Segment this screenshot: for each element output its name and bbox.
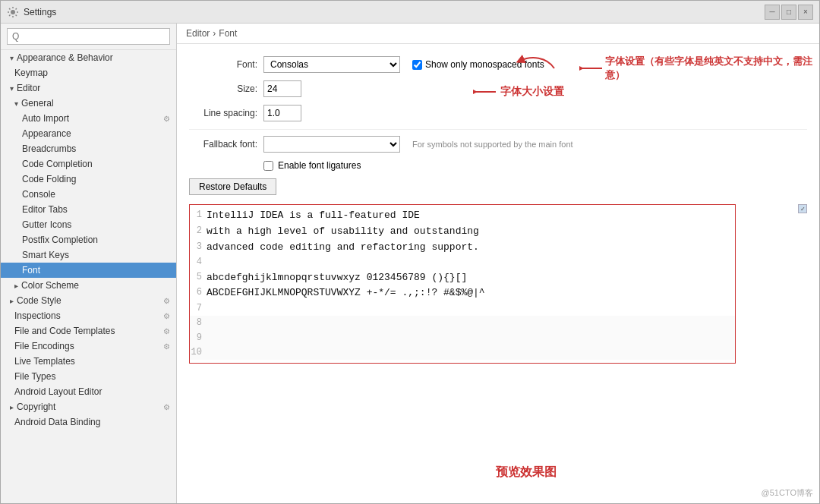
sidebar-item-code-folding[interactable]: Code Folding bbox=[1, 172, 176, 187]
sidebar-item-live-templates[interactable]: Live Templates bbox=[1, 354, 176, 369]
sidebar-item-postfix-completion[interactable]: Postfix Completion bbox=[1, 232, 176, 247]
line-number: 5 bbox=[190, 270, 207, 286]
main-content: Editor › Font Font: Consolas Show only m… bbox=[177, 24, 819, 503]
monospaced-checkbox[interactable] bbox=[412, 60, 422, 70]
preview-line: 3advanced code editing and refactoring s… bbox=[190, 240, 735, 256]
sidebar-item-label: File Encodings bbox=[14, 341, 74, 351]
close-button[interactable]: × bbox=[798, 5, 813, 20]
maximize-button[interactable]: □ bbox=[781, 5, 796, 20]
title-bar: Settings ─ □ × bbox=[1, 1, 819, 24]
fallback-select[interactable] bbox=[263, 136, 400, 153]
line-code: with a high level of usability and outst… bbox=[207, 224, 479, 240]
sidebar-item-label: Gutter Icons bbox=[22, 219, 71, 230]
preview-tip-text: 预览效果图 bbox=[496, 465, 557, 478]
preview-line: 6ABCDEFGHIJKLMNOPQRSTUVWXYZ +-*/= .,;:!?… bbox=[190, 285, 735, 301]
fallback-note: For symbols not supported by the main fo… bbox=[412, 140, 573, 149]
window-title: Settings bbox=[24, 7, 56, 17]
sidebar-item-label: Editor Tabs bbox=[22, 204, 68, 215]
line-number: 7 bbox=[190, 301, 207, 316]
preview-annotation-text: 预览效果图 bbox=[496, 465, 557, 480]
size-arrow bbox=[473, 83, 497, 100]
minimize-button[interactable]: ─ bbox=[765, 5, 780, 20]
sidebar-item-inspections[interactable]: Inspections ⚙ bbox=[1, 308, 176, 323]
sidebar-item-label: File and Code Templates bbox=[14, 326, 115, 336]
line-spacing-row: Line spacing: bbox=[189, 105, 807, 121]
font-select[interactable]: Consolas bbox=[263, 56, 400, 73]
sidebar-item-label: Color Scheme bbox=[21, 280, 79, 291]
preview-line: 2with a high level of usability and outs… bbox=[190, 224, 735, 240]
line-number: 1 bbox=[190, 208, 207, 224]
line-number: 2 bbox=[190, 224, 207, 240]
sidebar-item-code-completion[interactable]: Code Completion bbox=[1, 156, 176, 172]
sidebar-item-android-data-binding[interactable]: Android Data Binding bbox=[1, 414, 176, 430]
sidebar-item-label: Console bbox=[22, 189, 55, 200]
sidebar-item-label: Auto Import bbox=[22, 113, 69, 124]
settings-icon: ⚙ bbox=[163, 403, 170, 411]
sidebar-item-label: Appearance bbox=[22, 128, 71, 139]
size-annotation: 字体大小设置 bbox=[473, 83, 564, 100]
ligatures-checkbox[interactable] bbox=[263, 161, 273, 171]
font-label: Font: bbox=[189, 59, 257, 70]
scroll-indicator: ✓ bbox=[798, 204, 807, 213]
extra-preview-line: 8 bbox=[190, 316, 735, 330]
sidebar-item-console[interactable]: Console bbox=[1, 187, 176, 202]
preview-area-wrapper: 1IntelliJ IDEA is a full-featured IDE2wi… bbox=[189, 204, 807, 364]
sidebar-item-breadcrumbs[interactable]: Breadcrumbs bbox=[1, 141, 176, 156]
font-annotation-text: 字体设置（有些字体是纯英文不支持中文，需注意） bbox=[579, 55, 819, 82]
sidebar-item-label: Code Folding bbox=[22, 174, 76, 184]
arrow-icon: ▾ bbox=[10, 84, 14, 93]
line-number: 3 bbox=[190, 240, 207, 256]
sidebar-item-copyright[interactable]: ▸ Copyright ⚙ bbox=[1, 399, 176, 414]
line-number: 8 bbox=[190, 316, 207, 330]
line-number: 10 bbox=[190, 345, 207, 360]
size-input[interactable] bbox=[263, 80, 301, 97]
sidebar-item-auto-import[interactable]: Auto Import ⚙ bbox=[1, 111, 176, 126]
search-input[interactable] bbox=[7, 28, 170, 45]
sidebar-item-smart-keys[interactable]: Smart Keys bbox=[1, 247, 176, 263]
extra-preview-line: 9 bbox=[190, 331, 735, 345]
sidebar-item-label: Copyright bbox=[17, 402, 55, 412]
font-arrow-svg bbox=[516, 49, 562, 72]
sidebar-item-file-encodings[interactable]: File Encodings ⚙ bbox=[1, 339, 176, 354]
arrow-icon: ▸ bbox=[14, 282, 18, 290]
fallback-row: Fallback font: For symbols not supported… bbox=[189, 136, 807, 153]
sidebar-item-color-scheme[interactable]: ▸ Color Scheme bbox=[1, 278, 176, 293]
divider bbox=[189, 129, 807, 130]
sidebar-item-label: Font bbox=[22, 265, 40, 276]
sidebar-item-code-style[interactable]: ▸ Code Style ⚙ bbox=[1, 293, 176, 308]
line-code: advanced code editing and refactoring su… bbox=[207, 240, 479, 256]
sidebar-item-font[interactable]: Font bbox=[1, 263, 176, 278]
line-code: ABCDEFGHIJKLMNOPQRSTUVWXYZ +-*/= .,;:!? … bbox=[207, 285, 485, 301]
sidebar-item-keymap[interactable]: Keymap bbox=[1, 65, 176, 80]
arrow-icon: ▾ bbox=[10, 54, 14, 62]
breadcrumb-part2: Font bbox=[219, 28, 237, 39]
restore-defaults-button[interactable]: Restore Defaults bbox=[189, 178, 276, 195]
sidebar-item-editor-tabs[interactable]: Editor Tabs bbox=[1, 202, 176, 217]
sidebar-item-label: Smart Keys bbox=[22, 250, 69, 260]
watermark: @51CTO博客 bbox=[762, 487, 813, 499]
sidebar-item-file-types[interactable]: File Types bbox=[1, 369, 176, 384]
sidebar-item-general[interactable]: ▾ General bbox=[1, 96, 176, 111]
line-number: 6 bbox=[190, 285, 207, 301]
line-spacing-input[interactable] bbox=[263, 105, 301, 121]
arrow-icon: ▸ bbox=[10, 403, 14, 411]
svg-point-0 bbox=[11, 10, 15, 14]
sidebar-item-editor[interactable]: ▾ Editor bbox=[1, 80, 176, 96]
line-number: 4 bbox=[190, 255, 207, 269]
sidebar-item-gutter-icons[interactable]: Gutter Icons bbox=[1, 217, 176, 232]
sidebar-item-label: Inspections bbox=[14, 310, 61, 321]
breadcrumb-separator: › bbox=[213, 28, 216, 39]
breadcrumb: Editor › Font bbox=[177, 24, 819, 44]
sidebar-item-label: General bbox=[21, 98, 54, 109]
sidebar-item-label: Postfix Completion bbox=[22, 235, 98, 245]
sidebar-item-label: Code Completion bbox=[22, 159, 93, 169]
sidebar-item-file-code-templates[interactable]: File and Code Templates ⚙ bbox=[1, 323, 176, 339]
preview-line: 7 bbox=[190, 301, 735, 316]
settings-icon: ⚙ bbox=[163, 297, 170, 305]
sidebar-item-appearance-behavior[interactable]: ▾ Appearance & Behavior bbox=[1, 50, 176, 65]
extra-preview-line: 10 bbox=[190, 345, 735, 360]
sidebar-item-appearance[interactable]: Appearance bbox=[1, 126, 176, 141]
window-controls: ─ □ × bbox=[765, 5, 813, 20]
sidebar-item-label: Android Layout Editor bbox=[14, 386, 102, 397]
sidebar-item-android-layout-editor[interactable]: Android Layout Editor bbox=[1, 384, 176, 399]
